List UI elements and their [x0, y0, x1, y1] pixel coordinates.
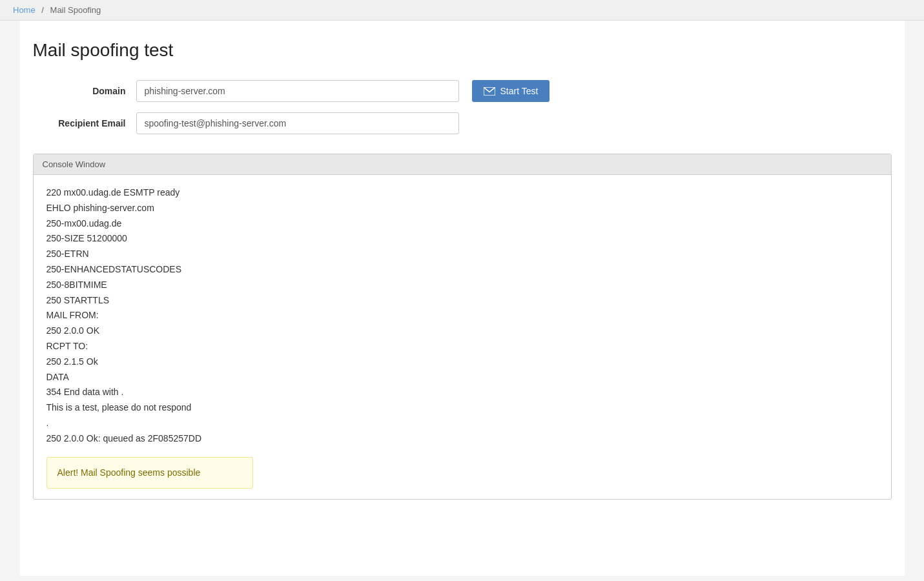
console-line: This is a test, please do not respond	[46, 400, 878, 416]
main-content: Mail spoofing test Domain Start Test Rec…	[20, 21, 905, 576]
recipient-email-input[interactable]	[136, 112, 459, 134]
console-header: Console Window	[34, 154, 891, 175]
breadcrumb: Home / Mail Spoofing	[0, 0, 924, 21]
recipient-label: Recipient Email	[33, 118, 136, 128]
breadcrumb-separator: /	[41, 5, 44, 15]
start-test-button[interactable]: Start Test	[472, 80, 550, 102]
console-line: 250-ETRN	[46, 247, 878, 262]
recipient-row: Recipient Email	[33, 112, 892, 134]
breadcrumb-current: Mail Spoofing	[50, 5, 101, 15]
alert-text: Alert! Mail Spoofing seems possible	[57, 467, 201, 478]
console-body: 220 mx00.udag.de ESMTP readyEHLO phishin…	[34, 175, 891, 499]
form-section: Domain Start Test Recipient Email	[33, 80, 892, 134]
alert-box: Alert! Mail Spoofing seems possible	[46, 457, 253, 489]
start-test-label: Start Test	[500, 86, 539, 96]
console-line: 220 mx00.udag.de ESMTP ready	[46, 185, 878, 201]
console-line: .	[46, 416, 878, 431]
domain-input[interactable]	[136, 80, 459, 102]
console-line: 250 STARTTLS	[46, 293, 878, 309]
email-icon	[484, 87, 495, 96]
console-line: 250-8BITMIME	[46, 278, 878, 293]
console-line: EHLO phishing-server.com	[46, 201, 878, 216]
breadcrumb-home-link[interactable]: Home	[13, 5, 36, 15]
console-container: Console Window 220 mx00.udag.de ESMTP re…	[33, 154, 892, 500]
domain-label: Domain	[33, 86, 136, 96]
console-line: RCPT TO:	[46, 339, 878, 354]
console-line: 250 2.0.0 OK	[46, 323, 878, 339]
domain-row: Domain Start Test	[33, 80, 892, 102]
console-line: 250 2.0.0 Ok: queued as 2F085257DD	[46, 431, 878, 447]
console-line: 354 End data with .	[46, 385, 878, 400]
console-line: 250 2.1.5 Ok	[46, 354, 878, 370]
console-line: 250-SIZE 51200000	[46, 231, 878, 247]
console-lines: 220 mx00.udag.de ESMTP readyEHLO phishin…	[46, 185, 878, 447]
page-title: Mail spoofing test	[33, 40, 892, 61]
console-line: MAIL FROM:	[46, 308, 878, 323]
console-line: 250-mx00.udag.de	[46, 216, 878, 232]
console-line: 250-ENHANCEDSTATUSCODES	[46, 262, 878, 278]
console-line: DATA	[46, 370, 878, 385]
